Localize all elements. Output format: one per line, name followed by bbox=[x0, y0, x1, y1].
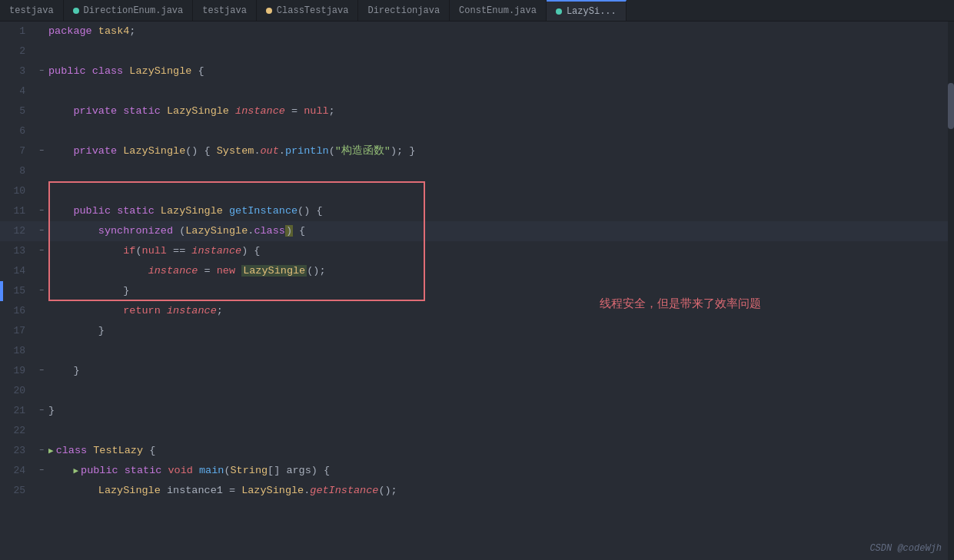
line-11: 11 − public static LazySingle getInstanc… bbox=[0, 201, 954, 221]
code-editor: 1 package task4; 2 3 − public class Lazy… bbox=[0, 22, 954, 560]
line-25: 25 LazySingle instance1 = LazySingle.get… bbox=[0, 481, 954, 501]
tab-lazysingle[interactable]: LazySi... bbox=[547, 0, 627, 22]
line-10: 10 bbox=[0, 181, 954, 201]
scrollbar-thumb[interactable] bbox=[948, 83, 954, 129]
tab-bar: testjava DirectionEnum.java testjava Cla… bbox=[0, 0, 954, 22]
line-18: 18 bbox=[0, 341, 954, 361]
line-2: 2 bbox=[0, 41, 954, 61]
line-8: 8 bbox=[0, 161, 954, 181]
tab-label: ClassTestjava bbox=[277, 5, 349, 16]
line-5: 5 private static LazySingle instance = n… bbox=[0, 101, 954, 121]
line-7: 7 − private LazySingle() { System.out.pr… bbox=[0, 141, 954, 161]
tab-testjava-2[interactable]: testjava bbox=[193, 0, 257, 22]
line-15: 15 − } bbox=[0, 281, 954, 301]
line-6: 6 bbox=[0, 121, 954, 141]
scrollbar-vertical[interactable] bbox=[948, 22, 954, 560]
tab-constenum[interactable]: ConstEnum.java bbox=[450, 0, 547, 22]
line-20: 20 bbox=[0, 381, 954, 401]
line-3: 3 − public class LazySingle { bbox=[0, 61, 954, 81]
line-13: 13 − if(null == instance) { bbox=[0, 241, 954, 261]
tab-classtestjava[interactable]: ClassTestjava bbox=[257, 0, 359, 22]
line-23: 23 − ▶class TestLazy { bbox=[0, 441, 954, 461]
line-16: 16 return instance; bbox=[0, 301, 954, 321]
line-24: 24 − ▶public static void main(String[] a… bbox=[0, 461, 954, 481]
line-19: 19 − } bbox=[0, 361, 954, 381]
tab-directionenum[interactable]: DirectionEnum.java bbox=[64, 0, 194, 22]
line-21: 21 − } bbox=[0, 401, 954, 421]
tab-dot bbox=[266, 8, 272, 14]
line-4: 4 bbox=[0, 81, 954, 101]
tab-label: LazySi... bbox=[567, 6, 617, 17]
line-17: 17 } bbox=[0, 321, 954, 341]
tab-label: Directionjava bbox=[367, 5, 440, 16]
line-highlight-indicator bbox=[0, 281, 3, 301]
line-1: 1 package task4; bbox=[0, 22, 954, 41]
tab-label: DirectionEnum.java bbox=[84, 5, 184, 16]
tab-dot bbox=[73, 8, 79, 14]
editor-area: 1 package task4; 2 3 − public class Lazy… bbox=[0, 22, 954, 560]
tab-dot bbox=[556, 8, 562, 15]
annotation-text: 线程安全，但是带来了效率问题 bbox=[600, 297, 761, 311]
branding: CSDN @codeWjh bbox=[869, 543, 942, 554]
tab-label: testjava bbox=[9, 5, 54, 16]
line-14: 14 instance = new LazySingle(); bbox=[0, 261, 954, 281]
tab-label: testjava bbox=[202, 5, 247, 16]
tab-label: ConstEnum.java bbox=[459, 5, 537, 16]
tab-testjava-1[interactable]: testjava bbox=[0, 0, 64, 22]
line-22: 22 bbox=[0, 421, 954, 441]
line-12: 12 − synchronized (LazySingle.class) { bbox=[0, 221, 954, 241]
tab-directionjava[interactable]: Directionjava bbox=[358, 0, 450, 22]
